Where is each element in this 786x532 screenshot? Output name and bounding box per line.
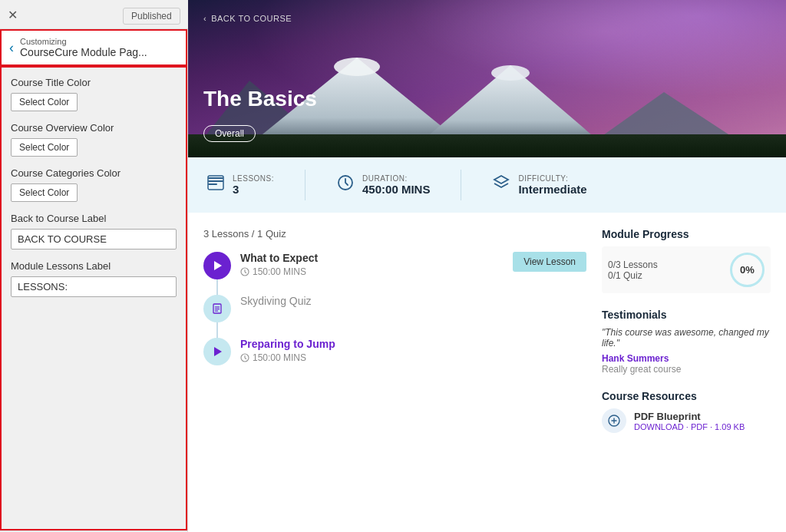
view-lesson-button[interactable]: View Lesson <box>513 252 586 272</box>
back-button[interactable]: ‹ <box>9 40 20 56</box>
resource-item: PDF Blueprint DOWNLOAD · PDF · 1.09 KB <box>602 408 771 433</box>
svg-point-5 <box>334 58 380 76</box>
course-categories-color-label: Course Categories Color <box>11 167 177 179</box>
stat-duration: DURATION: 450:00 MINS <box>336 173 430 197</box>
lesson-1-title: What to Expect <box>240 252 513 264</box>
right-sidebar: Module Progress 0/3 Lessons 0/1 Quiz 0% … <box>602 228 771 433</box>
lessons-count: 3 Lessons / 1 Quiz <box>203 228 586 240</box>
back-to-course-field-label: Back to Course Label <box>11 213 177 224</box>
lesson-1-icon <box>203 252 231 279</box>
testimonials-section: Testimonials "This course was awesome, c… <box>602 309 771 375</box>
lesson-3-icon <box>203 338 231 365</box>
select-color-2-button[interactable]: Select Color <box>11 138 78 157</box>
back-to-course-label-group: Back to Course Label <box>11 213 177 249</box>
quiz-item: Skydiving Quiz <box>203 295 586 322</box>
lesson-2-icon <box>203 295 231 322</box>
right-preview: ‹ BACK TO COURSE The Basics Overall LESS… <box>188 0 786 532</box>
stat-lessons: LESSONS: 3 <box>206 173 274 197</box>
lesson-1-details: What to Expect 150:00 MINS <box>240 252 513 277</box>
testimonials-title: Testimonials <box>602 309 771 321</box>
difficulty-icon <box>492 173 510 197</box>
close-button[interactable]: ✕ <box>8 8 18 22</box>
quiz-progress: 0/1 Quiz <box>608 270 658 281</box>
hero-section: ‹ BACK TO COURSE The Basics Overall <box>188 0 786 157</box>
progress-info: 0/3 Lessons 0/1 Quiz 0% <box>602 246 771 293</box>
course-overview-color-label: Course Overview Color <box>11 122 177 134</box>
select-color-3-button[interactable]: Select Color <box>11 183 78 202</box>
lesson-2-details: Skydiving Quiz <box>240 295 586 307</box>
stat-difficulty: DIFFICULTY: Intermediate <box>492 173 586 197</box>
svg-marker-10 <box>214 261 222 270</box>
lesson-3-details: Preparing to Jump 150:00 MINS <box>240 338 586 363</box>
difficulty-value: Intermediate <box>518 183 586 196</box>
stat-divider-1 <box>305 170 305 200</box>
progress-circle: 0% <box>730 253 765 287</box>
panel-header: ‹ Customizing CourseCure Module Pag... <box>0 29 187 66</box>
svg-rect-4 <box>188 134 786 157</box>
top-bar: ✕ Published <box>0 0 188 29</box>
module-lessons-label-group: Module Lessons Label <box>11 260 177 297</box>
lessons-label: LESSONS: <box>233 174 274 183</box>
back-arrow-hero-icon: ‹ <box>203 14 206 23</box>
resource-name: PDF Blueprint <box>634 411 745 422</box>
resource-meta: DOWNLOAD · PDF · 1.09 KB <box>634 422 745 431</box>
back-to-course-link[interactable]: ‹ BACK TO COURSE <box>203 14 292 23</box>
published-badge: Published <box>123 8 180 25</box>
difficulty-label: DIFFICULTY: <box>518 174 586 183</box>
lesson-3-title: Preparing to Jump <box>240 338 586 350</box>
lesson-1-duration: 150:00 MINS <box>240 266 513 277</box>
duration-label: DURATION: <box>362 174 430 183</box>
course-categories-color-group: Course Categories Color Select Color <box>11 167 177 202</box>
back-to-course-text: BACK TO COURSE <box>211 14 292 23</box>
testimonial-quote: "This course was awesome, changed my lif… <box>602 327 771 349</box>
select-color-1-button[interactable]: Select Color <box>11 93 78 111</box>
module-progress-box: Module Progress 0/3 Lessons 0/1 Quiz 0% <box>602 228 771 293</box>
lessons-progress: 0/3 Lessons <box>608 259 658 270</box>
hero-title: The Basics <box>203 87 317 111</box>
lesson-3-duration: 150:00 MINS <box>240 352 586 363</box>
lesson-item: What to Expect 150:00 MINS View Lesson <box>203 252 586 279</box>
duration-value: 450:00 MINS <box>362 183 430 196</box>
stats-bar: LESSONS: 3 DURATION: 450:00 MINS <box>188 157 786 213</box>
lessons-icon <box>206 173 225 197</box>
resource-icon <box>602 408 626 433</box>
panel-header-text: Customizing CourseCure Module Pag... <box>20 37 147 58</box>
testimonial-sub: Really great course <box>602 364 771 375</box>
testimonial-author[interactable]: Hank Summers <box>602 353 771 364</box>
svg-marker-9 <box>494 176 508 183</box>
course-title-color-label: Course Title Color <box>11 77 177 88</box>
lessons-value: 3 <box>233 183 274 196</box>
page-title: CourseCure Module Pag... <box>20 46 147 58</box>
duration-icon <box>336 173 355 197</box>
module-progress-title: Module Progress <box>602 228 771 240</box>
module-lessons-field-label: Module Lessons Label <box>11 260 177 272</box>
main-content: 3 Lessons / 1 Quiz What to Expect <box>188 213 786 448</box>
panel-content: Course Title Color Select Color Course O… <box>0 66 187 530</box>
stat-divider-2 <box>461 170 461 200</box>
overall-badge[interactable]: Overall <box>203 125 256 142</box>
lesson-3-item: Preparing to Jump 150:00 MINS <box>203 338 586 365</box>
customizing-label: Customizing <box>20 37 147 46</box>
svg-marker-16 <box>214 347 222 356</box>
lessons-section: 3 Lessons / 1 Quiz What to Expect <box>203 228 602 433</box>
svg-point-6 <box>491 65 530 81</box>
module-lessons-input[interactable] <box>11 276 177 297</box>
course-overview-color-group: Course Overview Color Select Color <box>11 122 177 157</box>
course-resources-section: Course Resources PDF Blueprint DOWNLOAD … <box>602 390 771 433</box>
course-title-color-group: Course Title Color Select Color <box>11 77 177 111</box>
lesson-2-title: Skydiving Quiz <box>240 295 586 307</box>
back-to-course-input[interactable] <box>11 229 177 249</box>
left-panel: ‹ Customizing CourseCure Module Pag... C… <box>0 29 188 532</box>
resources-title: Course Resources <box>602 390 771 402</box>
